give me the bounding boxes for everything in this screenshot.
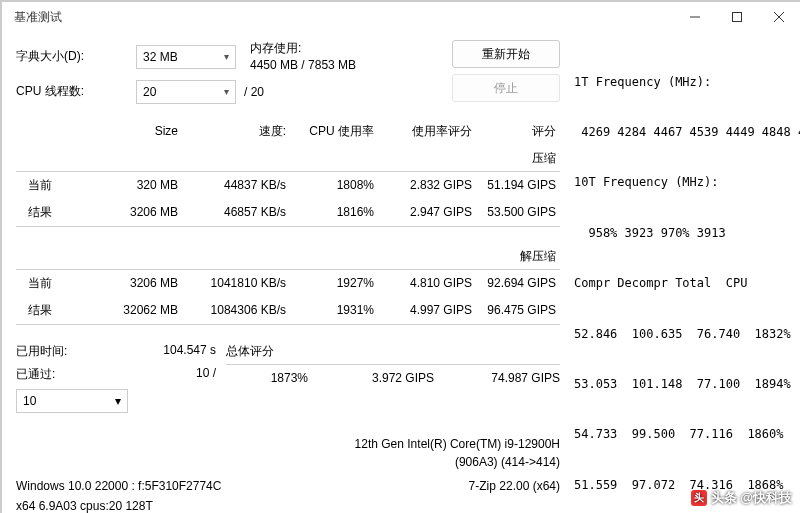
summary-area: 已用时间: 104.547 s 已通过: 10 / 10 ▾ 总体评分 1873…	[16, 343, 560, 413]
passes-select-value: 10	[23, 394, 36, 408]
cpu-name: 12th Gen Intel(R) Core(TM) i9-12900H	[16, 435, 560, 453]
freq-10t-label: 10T Frequency (MHz):	[574, 174, 786, 191]
svg-rect-1	[733, 13, 742, 22]
mem-label: 内存使用:	[250, 40, 356, 57]
freq-table-header: Compr Decompr Total CPU	[574, 275, 786, 292]
window-title: 基准测试	[14, 9, 62, 26]
stop-button[interactable]: 停止	[452, 74, 560, 102]
chevron-down-icon: ▾	[115, 394, 121, 408]
content-area: 字典大小(D): 32 MB ▾ 内存使用: 4450 MB / 7853 MB…	[2, 32, 800, 513]
minimize-button[interactable]	[674, 2, 716, 32]
close-button[interactable]	[758, 2, 800, 32]
table-header-row: Size 速度: CPU 使用率 使用率评分 评分	[16, 118, 560, 145]
maximize-button[interactable]	[716, 2, 758, 32]
titlebar: 基准测试	[2, 2, 800, 32]
section-decompress: 解压缩	[16, 243, 560, 270]
cpu-id: (906A3) (414->414)	[16, 453, 560, 471]
passes-select[interactable]: 10 ▾	[16, 389, 128, 413]
dict-size-value: 32 MB	[143, 50, 178, 64]
freq-10t-values: 958% 3923 970% 3913	[574, 225, 786, 242]
threads-select[interactable]: 20 ▾	[136, 80, 236, 104]
col-ru: 使用率评分	[378, 118, 476, 145]
memory-usage: 内存使用: 4450 MB / 7853 MB	[250, 40, 356, 74]
results-table: Size 速度: CPU 使用率 使用率评分 评分 压缩 当前 320 MB 4…	[16, 118, 560, 325]
passes-value: 10 /	[126, 366, 216, 383]
mem-value: 4450 MB / 7853 MB	[250, 57, 356, 74]
threads-label: CPU 线程数:	[16, 83, 136, 100]
table-row: 结果 32062 MB 1084306 KB/s 1931% 4.997 GIP…	[16, 297, 560, 324]
restart-button[interactable]: 重新开始	[452, 40, 560, 68]
chevron-down-icon: ▾	[224, 86, 229, 97]
close-icon	[774, 12, 784, 22]
passes-label: 已通过:	[16, 366, 126, 383]
dict-size-label: 字典大小(D):	[16, 48, 136, 65]
col-rating: 评分	[476, 118, 560, 145]
threads-total: / 20	[244, 85, 264, 99]
freq-1t-label: 1T Frequency (MHz):	[574, 74, 786, 91]
frequency-panel: 1T Frequency (MHz): 4269 4284 4467 4539 …	[570, 40, 786, 513]
table-row: 结果 3206 MB 46857 KB/s 1816% 2.947 GIPS 5…	[16, 199, 560, 226]
threads-value: 20	[143, 85, 156, 99]
section-compress: 压缩	[16, 145, 560, 172]
logo-icon: 头	[691, 490, 707, 506]
table-row: 当前 320 MB 44837 KB/s 1808% 2.832 GIPS 51…	[16, 171, 560, 199]
left-pane: 字典大小(D): 32 MB ▾ 内存使用: 4450 MB / 7853 MB…	[16, 40, 570, 513]
maximize-icon	[732, 12, 742, 22]
col-size: Size	[94, 118, 182, 145]
chevron-down-icon: ▾	[224, 51, 229, 62]
cpu-info: 12th Gen Intel(R) Core(TM) i9-12900H (90…	[16, 435, 560, 471]
table-row: 当前 3206 MB 1041810 KB/s 1927% 4.810 GIPS…	[16, 269, 560, 297]
watermark: 头 头条 @快科技	[691, 489, 792, 507]
freq-row: 53.053 101.148 77.100 1894%	[574, 376, 786, 393]
freq-1t-values: 4269 4284 4467 4539 4449 4848 4887	[574, 124, 786, 141]
os-info: Windows 10.0 22000 : f:5F310F2774C	[16, 479, 221, 493]
freq-row: 54.733 99.500 77.116 1860%	[574, 426, 786, 443]
total-rating-row: 1873% 3.972 GIPS 74.987 GIPS	[226, 365, 560, 385]
dict-size-select[interactable]: 32 MB ▾	[136, 45, 236, 69]
freq-row: 52.846 100.635 76.740 1832%	[574, 326, 786, 343]
arch-info: x64 6.9A03 cpus:20 128T	[16, 499, 560, 513]
total-rating-label: 总体评分	[226, 343, 560, 365]
col-usage: CPU 使用率	[290, 118, 378, 145]
elapsed-value: 104.547 s	[126, 343, 216, 360]
elapsed-label: 已用时间:	[16, 343, 126, 360]
minimize-icon	[690, 12, 700, 22]
col-speed: 速度:	[182, 118, 290, 145]
app-info: 7-Zip 22.00 (x64)	[469, 479, 560, 493]
